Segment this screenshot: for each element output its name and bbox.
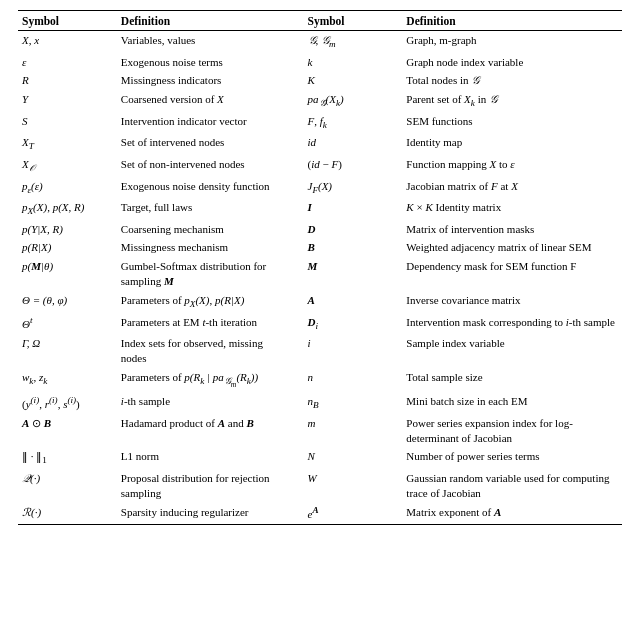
definition-cell: Coarsened version of X — [117, 90, 293, 112]
symbol-cell: K — [304, 71, 403, 90]
symbol-cell: p(M|θ) — [18, 257, 117, 291]
gap-cell — [293, 238, 304, 257]
gap-cell — [293, 313, 304, 335]
gap-cell — [293, 90, 304, 112]
symbol-cell: 𝒬(·) — [18, 469, 117, 503]
table-row: R Missingness indicators K Total nodes i… — [18, 71, 622, 90]
symbol-cell: S — [18, 112, 117, 134]
symbol-cell: Y — [18, 90, 117, 112]
definition-cell: Variables, values — [117, 31, 293, 53]
definition-cell: Parameters of pX(X), p(R|X) — [117, 291, 293, 313]
symbol-cell: Θt — [18, 313, 117, 335]
definition-cell: L1 norm — [117, 447, 293, 469]
definition-cell: Matrix exponent of A — [402, 503, 622, 525]
definition-cell: Sample index variable — [402, 334, 622, 368]
definition-cell: SEM functions — [402, 112, 622, 134]
table-row: ε Exogenous noise terms k Graph node ind… — [18, 53, 622, 72]
symbol-cell: m — [304, 414, 403, 448]
definition-cell: Proposal distribution for rejection samp… — [117, 469, 293, 503]
gap-cell — [293, 31, 304, 53]
definition-cell: Graph node index variable — [402, 53, 622, 72]
definition-cell: Gumbel-Softmax distribution for sampling… — [117, 257, 293, 291]
definition-cell: Gaussian random variable used for comput… — [402, 469, 622, 503]
definition-cell: Weighted adjacency matrix of linear SEM — [402, 238, 622, 257]
symbol-cell: B — [304, 238, 403, 257]
definition-cell: Target, full laws — [117, 198, 293, 220]
symbol-cell: Di — [304, 313, 403, 335]
definition-cell: Graph, m-graph — [402, 31, 622, 53]
symbol-cell: ℛ(·) — [18, 503, 117, 525]
symbol-cell: ε — [18, 53, 117, 72]
definition-cell: Function mapping X to ε — [402, 155, 622, 177]
symbol-cell: 𝒢, 𝒢m — [304, 31, 403, 53]
table-row: p(Y|X, R) Coarsening mechanism D Matrix … — [18, 220, 622, 239]
symbol-cell: pa𝒢(Xk) — [304, 90, 403, 112]
definition-cell: Exogenous noise density function — [117, 177, 293, 199]
symbol-cell: p(Y|X, R) — [18, 220, 117, 239]
definition-cell: Exogenous noise terms — [117, 53, 293, 72]
table-row: Θ = (θ, φ) Parameters of pX(X), p(R|X) A… — [18, 291, 622, 313]
gap-cell — [293, 53, 304, 72]
symbol-cell: D — [304, 220, 403, 239]
gap-cell — [293, 368, 304, 392]
definition-cell: Missingness mechanism — [117, 238, 293, 257]
gap-cell — [293, 112, 304, 134]
symbol-cell: XT — [18, 133, 117, 155]
symbol-cell: i — [304, 334, 403, 368]
symbol-cell: Θ = (θ, φ) — [18, 291, 117, 313]
definition-cell: Total sample size — [402, 368, 622, 392]
symbol-cell: pε(ε) — [18, 177, 117, 199]
gap-cell — [293, 257, 304, 291]
gap-cell — [293, 177, 304, 199]
definition-cell: Set of intervened nodes — [117, 133, 293, 155]
notation-table: Symbol Definition Symbol Definition X, x… — [18, 10, 622, 525]
gap-cell — [293, 71, 304, 90]
table-row: S Intervention indicator vector F, fk SE… — [18, 112, 622, 134]
definition-cell: Identity map — [402, 133, 622, 155]
gap-cell — [293, 291, 304, 313]
table-row: pX(X), p(X, R) Target, full laws I K × K… — [18, 198, 622, 220]
gap-cell — [293, 155, 304, 177]
symbol-cell: p(R|X) — [18, 238, 117, 257]
table-row: wk, zk Parameters of p(Rk | pa𝒢m(Rk)) n … — [18, 368, 622, 392]
symbol-cell: A — [304, 291, 403, 313]
definition-cell: Index sets for observed, missing nodes — [117, 334, 293, 368]
table-row: ℛ(·) Sparsity inducing regularizer eA Ma… — [18, 503, 622, 525]
symbol-cell: nB — [304, 392, 403, 414]
table-row: Γ, Ω Index sets for observed, missing no… — [18, 334, 622, 368]
symbol-cell: A ⊙ B — [18, 414, 117, 448]
col-header-symbol2: Symbol — [304, 11, 403, 31]
definition-cell: K × K Identity matrix — [402, 198, 622, 220]
definition-cell: i-th sample — [117, 392, 293, 414]
table-row: p(R|X) Missingness mechanism B Weighted … — [18, 238, 622, 257]
definition-cell: Dependency mask for SEM function F — [402, 257, 622, 291]
definition-cell: Inverse covariance matrix — [402, 291, 622, 313]
col-header-symbol1: Symbol — [18, 11, 117, 31]
symbol-cell: Γ, Ω — [18, 334, 117, 368]
definition-cell: Hadamard product of A and B — [117, 414, 293, 448]
definition-cell: Sparsity inducing regularizer — [117, 503, 293, 525]
symbol-cell: M — [304, 257, 403, 291]
definition-cell: Parent set of Xk in 𝒢 — [402, 90, 622, 112]
gap-cell — [293, 447, 304, 469]
symbol-cell: id — [304, 133, 403, 155]
table-row: X𝒪 Set of non-intervened nodes (id − F) … — [18, 155, 622, 177]
col-header-def2: Definition — [402, 11, 622, 31]
symbol-cell: R — [18, 71, 117, 90]
symbol-cell: JF(X) — [304, 177, 403, 199]
gap-cell — [293, 414, 304, 448]
definition-cell: Coarsening mechanism — [117, 220, 293, 239]
col-header-def1: Definition — [117, 11, 293, 31]
symbol-cell: k — [304, 53, 403, 72]
gap-cell — [293, 198, 304, 220]
definition-cell: Set of non-intervened nodes — [117, 155, 293, 177]
gap-cell — [293, 503, 304, 525]
definition-cell: Parameters of p(Rk | pa𝒢m(Rk)) — [117, 368, 293, 392]
symbol-cell: X, x — [18, 31, 117, 53]
symbol-cell: eA — [304, 503, 403, 525]
symbol-cell: F, fk — [304, 112, 403, 134]
gap-cell — [293, 392, 304, 414]
definition-cell: Jacobian matrix of F at X — [402, 177, 622, 199]
symbol-cell: W — [304, 469, 403, 503]
table-row: Θt Parameters at EM t-th iteration Di In… — [18, 313, 622, 335]
